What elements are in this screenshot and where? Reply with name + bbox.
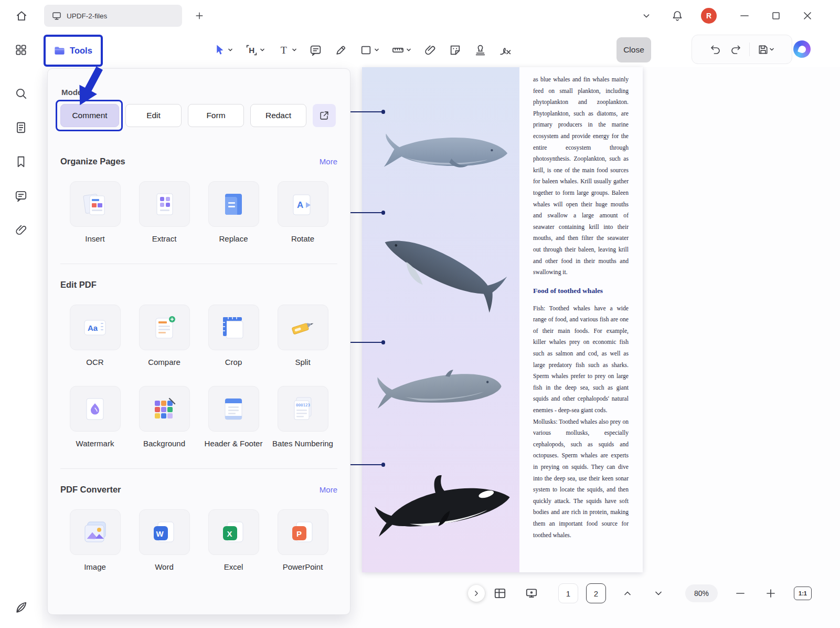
document-tab[interactable]: UPDF-2-files xyxy=(44,5,182,27)
tool-card-background[interactable]: Background xyxy=(130,386,199,448)
page-thumbnails-button[interactable] xyxy=(493,587,507,600)
image-convert-icon xyxy=(70,509,121,555)
ai-assistant-button[interactable] xyxy=(793,40,811,58)
doc-paragraph-3: Mollusks: Toothed whales also prey on va… xyxy=(533,416,629,541)
header-footer-icon xyxy=(208,386,259,432)
tool-card-replace[interactable]: Replace xyxy=(199,181,268,244)
whale-blue-illustration xyxy=(374,130,511,179)
background-icon xyxy=(139,386,190,432)
open-in-new-window-button[interactable] xyxy=(313,104,336,127)
tool-card-crop[interactable]: Crop xyxy=(199,305,268,367)
window-minimize-button[interactable] xyxy=(738,9,751,23)
measure-tool[interactable] xyxy=(389,41,413,59)
zoom-level[interactable]: 80% xyxy=(685,584,718,602)
card-label: Replace xyxy=(219,234,248,244)
highlight-text-tool[interactable]: H xyxy=(243,41,267,59)
sticker-tool[interactable] xyxy=(446,41,464,59)
history-group xyxy=(692,35,792,64)
mode-edit-button[interactable]: Edit xyxy=(125,104,182,127)
zoom-out-button[interactable] xyxy=(733,587,747,600)
tool-card-insert[interactable]: Insert xyxy=(60,181,130,244)
organize-pages-more-link[interactable]: More xyxy=(320,157,337,166)
sidebar-thumbnails-button[interactable] xyxy=(12,119,30,137)
bates-numbering-icon: 000123 xyxy=(278,386,328,432)
card-label: Split xyxy=(295,357,310,367)
new-tab-button[interactable] xyxy=(192,8,207,23)
tool-card-compare[interactable]: Compare xyxy=(130,305,199,367)
undo-button[interactable] xyxy=(709,43,722,56)
tool-card-ocr[interactable]: Aa OCR xyxy=(60,305,130,367)
comments-icon xyxy=(14,189,28,203)
tool-card-image[interactable]: Image xyxy=(60,509,130,572)
sidebar-attachments-button[interactable] xyxy=(12,221,30,239)
annotation-dot xyxy=(381,340,386,344)
redo-button[interactable] xyxy=(729,43,742,56)
previous-page-button[interactable] xyxy=(621,587,634,600)
cursor-icon xyxy=(213,44,226,57)
annotation-arrow xyxy=(67,62,112,111)
attachment-tool[interactable] xyxy=(421,41,439,59)
left-sidebar xyxy=(0,32,42,628)
actual-size-button[interactable]: 1:1 xyxy=(794,587,812,600)
chevron-down-icon xyxy=(641,10,652,22)
whale-orca-illustration xyxy=(371,470,525,546)
annotation-dot xyxy=(381,110,386,114)
chevron-down-icon xyxy=(769,47,774,52)
crop-icon xyxy=(208,305,259,350)
toolbar-divider xyxy=(749,43,750,56)
sidebar-comments-button[interactable] xyxy=(12,187,30,205)
sidebar-bookmarks-button[interactable] xyxy=(12,153,30,171)
expand-pagebar-button[interactable] xyxy=(468,585,485,602)
sidebar-signature-pen-button[interactable] xyxy=(12,599,30,616)
tool-card-bates-numbering[interactable]: 000123 Bates Numbering xyxy=(268,386,337,448)
tool-card-watermark[interactable]: Watermark xyxy=(60,386,130,448)
window-close-button[interactable] xyxy=(801,9,814,23)
text-icon: T xyxy=(277,44,290,57)
zoom-in-button[interactable] xyxy=(764,587,778,600)
doc-heading: Food of toothed whales xyxy=(533,287,629,295)
pdf-converter-more-link[interactable]: More xyxy=(320,485,337,494)
tool-card-excel[interactable]: X Excel xyxy=(199,509,268,572)
notifications-button[interactable] xyxy=(670,8,685,23)
window-maximize-button[interactable] xyxy=(769,9,783,23)
stamp-tool[interactable] xyxy=(472,41,489,59)
panel-divider xyxy=(60,468,337,469)
pdf-page-2: as blue whales and fin whales mainly fee… xyxy=(362,67,643,572)
home-button[interactable] xyxy=(14,8,29,24)
tool-card-header-footer[interactable]: Header & Footer xyxy=(199,386,268,448)
sidebar-grid-view-button[interactable] xyxy=(12,41,30,59)
minus-icon xyxy=(734,587,747,600)
card-label: OCR xyxy=(86,357,103,367)
tool-card-word[interactable]: W Word xyxy=(130,509,199,572)
sidebar-search-button[interactable] xyxy=(12,85,30,102)
tool-card-powerpoint[interactable]: P PowerPoint xyxy=(268,509,337,572)
mode-form-button[interactable]: Form xyxy=(188,104,244,127)
text-tool[interactable]: T xyxy=(275,41,299,59)
tool-card-rotate[interactable]: A Rotate xyxy=(268,181,337,244)
signature-tool[interactable] xyxy=(497,41,514,59)
tab-list-button[interactable] xyxy=(640,9,653,23)
next-page-button[interactable] xyxy=(652,587,665,600)
rotate-icon: A xyxy=(278,181,328,227)
stamp-icon xyxy=(474,44,487,57)
doc-paragraph-1: as blue whales and fin whales mainly fee… xyxy=(533,74,629,278)
chevron-down-icon xyxy=(260,47,265,53)
shape-tool[interactable] xyxy=(357,41,381,59)
pdf-converter-title: PDF Converter xyxy=(60,485,121,495)
sticky-note-tool[interactable] xyxy=(307,41,324,59)
select-tool[interactable] xyxy=(211,41,235,59)
presentation-view-button[interactable] xyxy=(525,587,538,600)
page-number-2-current[interactable]: 2 xyxy=(586,583,606,603)
close-toolbar-button[interactable]: Close xyxy=(616,37,651,62)
card-label: Background xyxy=(143,438,185,448)
tool-card-extract[interactable]: Extract xyxy=(130,181,199,244)
tool-card-split[interactable]: Split xyxy=(268,305,337,367)
pen-tool[interactable] xyxy=(332,41,349,59)
bookmark-icon xyxy=(14,155,28,169)
save-button[interactable] xyxy=(757,44,774,56)
avatar[interactable]: R xyxy=(701,8,717,24)
page-number-1[interactable]: 1 xyxy=(558,583,578,603)
undo-icon xyxy=(709,43,722,56)
mode-redact-button[interactable]: Redact xyxy=(250,104,306,127)
page-icon xyxy=(14,121,28,134)
